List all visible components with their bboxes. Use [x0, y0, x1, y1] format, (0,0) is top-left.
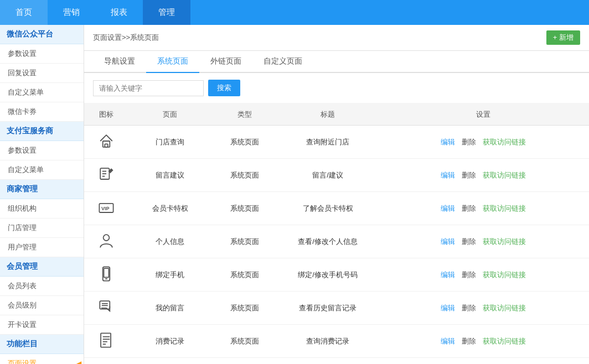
- cell-type: 系统页面: [211, 258, 278, 292]
- nav-report[interactable]: 报表: [95, 0, 143, 25]
- col-header-title: 标题: [278, 104, 378, 126]
- cell-icon: [84, 159, 128, 192]
- get-link-button[interactable]: 获取访问链接: [483, 204, 526, 212]
- get-link-button[interactable]: 获取访问链接: [483, 138, 526, 146]
- edit-button[interactable]: 编辑: [441, 337, 455, 345]
- edit-button[interactable]: 编辑: [441, 237, 455, 246]
- tab-nav-settings[interactable]: 导航设置: [93, 51, 146, 73]
- cell-actions: 编辑 删除 获取访问链接: [378, 225, 589, 258]
- delete-button[interactable]: 删除: [462, 237, 476, 246]
- sidebar-item-alipay-menu[interactable]: 自定义菜单: [0, 160, 84, 180]
- search-bar: 搜索: [84, 73, 589, 103]
- sidebar-section-alipay: 支付宝服务商: [0, 122, 84, 141]
- cell-title: 了解会员卡特权: [278, 192, 378, 225]
- cell-title: 留言/建议: [278, 159, 378, 192]
- sidebar-item-alipay-params[interactable]: 参数设置: [0, 141, 84, 160]
- cell-icon: [84, 225, 128, 258]
- cell-icon: VIP: [84, 192, 128, 225]
- cell-page: 留言建议: [128, 159, 211, 192]
- cell-icon: [84, 126, 128, 159]
- sidebar-item-user[interactable]: 用户管理: [0, 238, 84, 257]
- cell-type: 系统页面: [211, 325, 278, 358]
- cell-type: 系统页面: [211, 225, 278, 258]
- main-content: 页面设置>>系统页面 + 新增 导航设置 系统页面 外链页面 自定义页面 搜索 …: [84, 25, 589, 364]
- cell-type: 系统页面: [211, 126, 278, 159]
- cell-page: 门店查询: [128, 126, 211, 159]
- table-row: 个人信息 系统页面 查看/修改个人信息 编辑 删除 获取访问链接: [84, 225, 589, 258]
- table-row: 门店查询 系统页面 查询附近门店 编辑 删除 获取访问链接: [84, 126, 589, 159]
- cell-title: 绑定/修改手机号码: [278, 258, 378, 292]
- add-button[interactable]: + 新增: [546, 30, 580, 45]
- cell-page: 积分记录: [128, 358, 211, 365]
- delete-button[interactable]: 删除: [462, 304, 476, 312]
- get-link-button[interactable]: 获取访问链接: [483, 304, 526, 312]
- sidebar-item-member-level[interactable]: 会员级别: [0, 296, 84, 315]
- get-link-button[interactable]: 获取访问链接: [483, 237, 526, 246]
- col-header-icon: 图标: [84, 104, 128, 126]
- table-row: 留言建议 系统页面 留言/建议 编辑 删除 获取访问链接: [84, 159, 589, 192]
- search-button[interactable]: 搜索: [208, 80, 240, 96]
- breadcrumb-bar: 页面设置>>系统页面 + 新增: [84, 25, 589, 51]
- main-layout: 微信公众平台 参数设置 回复设置 自定义菜单 微信卡券 支付宝服务商 参数设置 …: [0, 25, 589, 364]
- edit-button[interactable]: 编辑: [441, 171, 455, 179]
- tab-custom-pages[interactable]: 自定义页面: [252, 51, 313, 73]
- cell-page: 绑定手机: [128, 258, 211, 292]
- cell-title: 积分记录: [278, 358, 378, 365]
- cell-title: 查看/修改个人信息: [278, 225, 378, 258]
- sidebar-item-wechat-menu[interactable]: 自定义菜单: [0, 83, 84, 102]
- sidebar-item-org[interactable]: 组织机构: [0, 199, 84, 219]
- svg-rect-15: [101, 333, 111, 347]
- delete-button[interactable]: 删除: [462, 138, 476, 146]
- cell-page: 我的留言: [128, 292, 211, 325]
- get-link-button[interactable]: 获取访问链接: [483, 337, 526, 345]
- delete-button[interactable]: 删除: [462, 337, 476, 345]
- cell-icon: [84, 258, 128, 292]
- top-navigation: 首页 营销 报表 管理: [0, 0, 589, 25]
- edit-button[interactable]: 编辑: [441, 138, 455, 146]
- breadcrumb-text: 页面设置>>系统页面: [93, 33, 159, 43]
- sidebar-section-merchant: 商家管理: [0, 180, 84, 199]
- sidebar-item-store[interactable]: 门店管理: [0, 219, 84, 238]
- table-row: 积分记录 系统页面 积分记录 编辑 删除 获取访问链接: [84, 358, 589, 365]
- sidebar-section-function: 功能栏目: [0, 335, 84, 354]
- delete-button[interactable]: 删除: [462, 171, 476, 179]
- svg-text:VIP: VIP: [101, 206, 110, 211]
- nav-marketing[interactable]: 营销: [48, 0, 95, 25]
- sidebar-item-page-settings[interactable]: 页面设置: [0, 354, 84, 364]
- cell-type: 系统页面: [211, 159, 278, 192]
- cell-type: 系统页面: [211, 192, 278, 225]
- sidebar-section-member: 会员管理: [0, 257, 84, 277]
- get-link-button[interactable]: 获取访问链接: [483, 271, 526, 279]
- cell-page: 会员卡特权: [128, 192, 211, 225]
- cell-page: 个人信息: [128, 225, 211, 258]
- cell-icon: [84, 358, 128, 365]
- edit-button[interactable]: 编辑: [441, 304, 455, 312]
- nav-manage[interactable]: 管理: [143, 0, 190, 25]
- sidebar-item-wechat-coupon[interactable]: 微信卡券: [0, 102, 84, 122]
- sidebar-item-member-card[interactable]: 开卡设置: [0, 315, 84, 335]
- sidebar: 微信公众平台 参数设置 回复设置 自定义菜单 微信卡券 支付宝服务商 参数设置 …: [0, 25, 84, 364]
- delete-button[interactable]: 删除: [462, 271, 476, 279]
- svg-rect-11: [104, 268, 109, 277]
- tab-external-pages[interactable]: 外链页面: [199, 51, 252, 73]
- cell-actions: 编辑 删除 获取访问链接: [378, 325, 589, 358]
- cell-icon: [84, 325, 128, 358]
- nav-home[interactable]: 首页: [0, 0, 48, 25]
- cell-type: 系统页面: [211, 358, 278, 365]
- col-header-type: 类型: [211, 104, 278, 126]
- cell-title: 查询附近门店: [278, 126, 378, 159]
- col-header-page: 页面: [128, 104, 211, 126]
- tab-bar: 导航设置 系统页面 外链页面 自定义页面: [84, 51, 589, 73]
- delete-button[interactable]: 删除: [462, 204, 476, 212]
- get-link-button[interactable]: 获取访问链接: [483, 171, 526, 179]
- edit-button[interactable]: 编辑: [441, 271, 455, 279]
- sidebar-item-wechat-params[interactable]: 参数设置: [0, 44, 84, 64]
- tab-system-pages[interactable]: 系统页面: [146, 51, 199, 73]
- cell-actions: 编辑 删除 获取访问链接: [378, 126, 589, 159]
- sidebar-item-member-list[interactable]: 会员列表: [0, 277, 84, 296]
- sidebar-item-wechat-reply[interactable]: 回复设置: [0, 64, 84, 83]
- search-input[interactable]: [93, 80, 204, 96]
- edit-button[interactable]: 编辑: [441, 204, 455, 212]
- cell-type: 系统页面: [211, 292, 278, 325]
- data-table: 图标 页面 类型 标题 设置 门店查询 系统页面 查询附近门店 编辑 删除 获取…: [84, 104, 589, 364]
